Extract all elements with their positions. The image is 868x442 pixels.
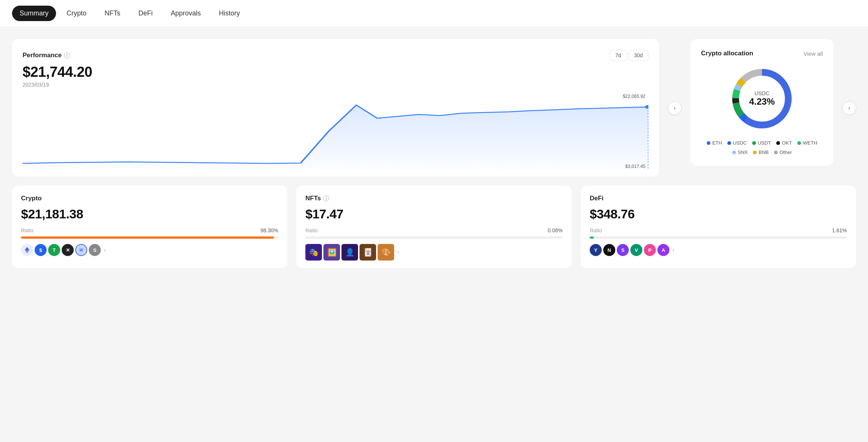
legend-item-eth: ETH bbox=[707, 140, 722, 146]
defi-card: DeFi $348.76 Ratio 1.61% Y N S V P A › bbox=[581, 186, 856, 268]
legend-label-bnb: BNB bbox=[759, 149, 769, 155]
chart-high-label: $22,065.92 bbox=[623, 94, 645, 99]
legend-dot-usdt bbox=[752, 141, 756, 145]
crypto-token-icons: $ T ✕ W S › bbox=[21, 244, 278, 256]
performance-title: Performance i bbox=[23, 52, 70, 59]
eth-icon bbox=[21, 244, 33, 256]
nfts-card: NFTs i $17.47 Ratio 0.08% 🎭 🖼️ 👤 🃏 🎨 › bbox=[296, 186, 572, 268]
defi-icon-3: S bbox=[617, 244, 629, 256]
defi-amount: $348.76 bbox=[590, 207, 847, 221]
nfts-thumbs: 🎭 🖼️ 👤 🃏 🎨 › bbox=[305, 244, 563, 261]
nav-item-history[interactable]: History bbox=[211, 6, 247, 21]
carousel-left-arrow[interactable]: ‹ bbox=[668, 101, 681, 115]
crypto-card: Crypto $21,181.38 Ratio 98.30% $ bbox=[12, 186, 287, 268]
nfts-progress-fill bbox=[305, 236, 307, 239]
nav-item-defi[interactable]: DeFi bbox=[131, 6, 160, 21]
performance-date: 2023/03/19 bbox=[23, 82, 648, 88]
crypto-more-arrow[interactable]: › bbox=[104, 247, 106, 253]
defi-token-icons: Y N S V P A › bbox=[590, 244, 847, 256]
donut-center-label: USDC 4.23% bbox=[749, 90, 775, 107]
weth-icon: W bbox=[75, 244, 87, 256]
main-content: Performance i 7d 30d $21,744.20 2023/03/… bbox=[0, 27, 868, 280]
crypto-progress-fill bbox=[21, 236, 274, 239]
nfts-amount: $17.47 bbox=[305, 207, 563, 221]
nfts-progress-bg bbox=[305, 236, 563, 239]
defi-icon-6: A bbox=[657, 244, 669, 256]
legend-label-snx: SNX bbox=[738, 149, 748, 155]
defi-icon-5: P bbox=[644, 244, 656, 256]
nft-thumb-1: 🎭 bbox=[305, 244, 322, 261]
usdc-icon: $ bbox=[35, 244, 47, 256]
defi-icon-4: V bbox=[630, 244, 642, 256]
nav-bar: SummaryCryptoNFTsDeFiApprovalsHistory bbox=[0, 0, 868, 27]
crypto-ratio-row: Ratio 98.30% bbox=[21, 227, 278, 233]
chart-low-label: $3,017.45 bbox=[625, 164, 645, 169]
svg-marker-12 bbox=[25, 247, 29, 251]
legend-label-okt: OKT bbox=[782, 140, 792, 146]
nav-item-summary[interactable]: Summary bbox=[12, 6, 56, 21]
defi-icon-1: Y bbox=[590, 244, 602, 256]
nft-thumb-3: 👤 bbox=[341, 244, 358, 261]
legend-label-usdt: USDT bbox=[758, 140, 771, 146]
nft-thumb-4: 🃏 bbox=[360, 244, 376, 261]
legend-item-weth: WETH bbox=[797, 140, 817, 146]
view-all-link[interactable]: View all bbox=[804, 50, 823, 57]
defi-icon-2: N bbox=[603, 244, 615, 256]
time-buttons: 7d 30d bbox=[610, 50, 648, 61]
defi-progress-fill bbox=[590, 236, 594, 239]
performance-chart: $22,065.92 $3,017.45 bbox=[23, 94, 648, 169]
nfts-card-title: NFTs i bbox=[305, 195, 563, 202]
performance-amount: $21,744.20 bbox=[23, 64, 648, 80]
nft-thumb-5: 🎨 bbox=[378, 244, 394, 261]
legend-dot-other bbox=[774, 151, 778, 154]
legend-item-snx: SNX bbox=[732, 149, 748, 155]
allocation-header: Crypto allocation View all bbox=[701, 50, 823, 57]
legend-item-usdt: USDT bbox=[752, 140, 771, 146]
legend-item-other: Other bbox=[774, 149, 792, 155]
nav-item-nfts[interactable]: NFTs bbox=[97, 6, 128, 21]
performance-card: Performance i 7d 30d $21,744.20 2023/03/… bbox=[12, 39, 659, 177]
nav-item-approvals[interactable]: Approvals bbox=[163, 6, 208, 21]
7d-button[interactable]: 7d bbox=[610, 50, 627, 61]
defi-ratio-row: Ratio 1.61% bbox=[590, 227, 847, 233]
nft-thumb-2: 🖼️ bbox=[323, 244, 340, 261]
nfts-more-arrow[interactable]: › bbox=[397, 249, 399, 256]
allocation-title: Crypto allocation bbox=[701, 50, 753, 57]
legend-dot-okt bbox=[776, 141, 780, 145]
allocation-legend: ETHUSDCUSDTOKTWETHSNXBNBOther bbox=[701, 140, 823, 155]
nfts-info-icon[interactable]: i bbox=[323, 195, 329, 201]
legend-label-eth: ETH bbox=[712, 140, 722, 146]
crypto-card-title: Crypto bbox=[21, 195, 278, 202]
snx-icon: S bbox=[89, 244, 101, 256]
legend-item-bnb: BNB bbox=[753, 149, 769, 155]
top-row: Performance i 7d 30d $21,744.20 2023/03/… bbox=[12, 39, 856, 177]
crypto-progress-bg bbox=[21, 236, 278, 239]
performance-info-icon[interactable]: i bbox=[64, 52, 70, 58]
legend-label-other: Other bbox=[780, 149, 792, 155]
legend-dot-eth bbox=[707, 141, 710, 145]
defi-progress-bg bbox=[590, 236, 847, 239]
legend-item-okt: OKT bbox=[776, 140, 792, 146]
nfts-ratio-row: Ratio 0.08% bbox=[305, 227, 563, 233]
legend-dot-usdc bbox=[727, 141, 731, 145]
legend-dot-snx bbox=[732, 151, 736, 154]
carousel-right-arrow[interactable]: › bbox=[842, 101, 856, 115]
crypto-amount: $21,181.38 bbox=[21, 207, 278, 221]
usdt-icon: T bbox=[48, 244, 60, 256]
legend-dot-bnb bbox=[753, 151, 757, 154]
defi-card-title: DeFi bbox=[590, 195, 847, 202]
legend-label-weth: WETH bbox=[803, 140, 817, 146]
legend-item-usdc: USDC bbox=[727, 140, 747, 146]
donut-chart: USDC 4.23% bbox=[701, 65, 823, 133]
legend-label-usdc: USDC bbox=[733, 140, 747, 146]
bottom-row: Crypto $21,181.38 Ratio 98.30% $ bbox=[12, 186, 856, 268]
30d-button[interactable]: 30d bbox=[628, 50, 648, 61]
allocation-card: Crypto allocation View all bbox=[690, 39, 833, 166]
legend-dot-weth bbox=[797, 141, 801, 145]
okt-icon: ✕ bbox=[62, 244, 74, 256]
defi-more-arrow[interactable]: › bbox=[672, 247, 674, 253]
nav-item-crypto[interactable]: Crypto bbox=[59, 6, 94, 21]
